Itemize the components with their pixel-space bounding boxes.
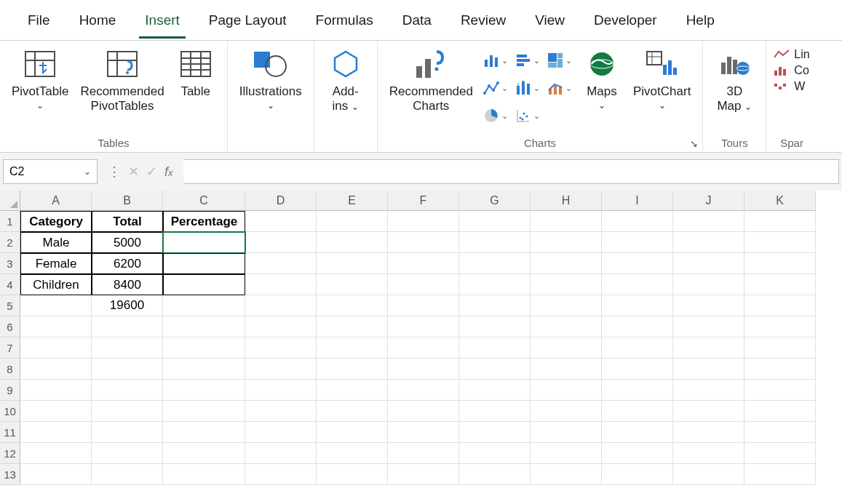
cell[interactable] — [317, 316, 388, 337]
row-header[interactable]: 7 — [0, 337, 20, 359]
cell[interactable] — [744, 274, 816, 295]
cell[interactable] — [673, 443, 744, 464]
cell[interactable] — [531, 232, 602, 253]
cell[interactable] — [744, 232, 816, 253]
cell[interactable] — [673, 253, 744, 274]
cell[interactable] — [163, 337, 245, 359]
cell[interactable] — [459, 253, 531, 274]
tab-data[interactable]: Data — [388, 2, 446, 39]
tab-help[interactable]: Help — [672, 2, 729, 39]
cell[interactable] — [744, 253, 816, 274]
cell[interactable] — [317, 359, 388, 380]
cell[interactable] — [92, 359, 163, 380]
row-header[interactable]: 11 — [0, 422, 20, 443]
cell[interactable] — [317, 422, 388, 443]
cell[interactable] — [245, 337, 317, 359]
cell[interactable] — [163, 359, 245, 380]
cell[interactable] — [531, 253, 602, 274]
column-chart-button[interactable]: ⌄ — [483, 48, 508, 73]
cell[interactable] — [602, 295, 673, 316]
cell[interactable]: Male — [20, 232, 92, 253]
cell[interactable] — [531, 443, 602, 464]
cell[interactable] — [531, 380, 602, 401]
cell[interactable] — [602, 253, 673, 274]
cell[interactable] — [92, 316, 163, 337]
cell[interactable]: Total — [92, 211, 163, 232]
tab-insert[interactable]: Insert — [130, 2, 194, 39]
cell[interactable] — [602, 380, 673, 401]
cell[interactable] — [673, 232, 744, 253]
cell[interactable] — [673, 464, 744, 485]
cell[interactable] — [388, 359, 459, 380]
col-header-a[interactable]: A — [20, 191, 92, 211]
cell[interactable] — [317, 232, 388, 253]
cell[interactable] — [245, 232, 317, 253]
row-header[interactable]: 3 — [0, 253, 20, 274]
cell[interactable] — [744, 211, 816, 232]
cell[interactable] — [388, 211, 459, 232]
cell[interactable] — [388, 232, 459, 253]
cell[interactable] — [388, 422, 459, 443]
cell[interactable] — [20, 464, 92, 485]
menu-dots-icon[interactable]: ⋮ — [108, 164, 121, 180]
cell[interactable] — [459, 380, 531, 401]
cell[interactable] — [744, 422, 816, 443]
cell[interactable] — [20, 380, 92, 401]
cell[interactable] — [602, 443, 673, 464]
cell[interactable] — [459, 464, 531, 485]
cell[interactable] — [92, 337, 163, 359]
cell[interactable] — [744, 443, 816, 464]
cell[interactable] — [163, 401, 245, 422]
cell[interactable] — [531, 316, 602, 337]
row-header[interactable]: 1 — [0, 211, 20, 232]
cell[interactable]: Percentage — [163, 211, 245, 232]
pie-chart-button[interactable]: ⌄ — [483, 103, 508, 128]
maps-button[interactable]: Maps ⌄ — [576, 45, 627, 135]
col-header-j[interactable]: J — [673, 191, 744, 211]
table-button[interactable]: Table — [170, 45, 221, 135]
cell[interactable] — [245, 295, 317, 316]
cell[interactable]: 19600 — [92, 295, 163, 316]
row-header[interactable]: 2 — [0, 232, 20, 253]
cell[interactable] — [317, 380, 388, 401]
row-header[interactable]: 6 — [0, 316, 20, 337]
row-header[interactable]: 9 — [0, 380, 20, 401]
sparkline-column-button[interactable]: Co — [774, 64, 809, 77]
cell[interactable] — [602, 232, 673, 253]
cell[interactable] — [602, 464, 673, 485]
cell[interactable] — [459, 211, 531, 232]
combo-chart-button[interactable]: ⌄ — [547, 76, 572, 100]
cell[interactable]: Female — [20, 253, 92, 274]
cell[interactable] — [317, 211, 388, 232]
line-chart-button[interactable]: ⌄ — [483, 76, 508, 100]
cell[interactable] — [459, 295, 531, 316]
cell[interactable] — [459, 401, 531, 422]
tab-formulas[interactable]: Formulas — [301, 2, 388, 39]
row-header[interactable]: 5 — [0, 295, 20, 316]
cell[interactable] — [20, 359, 92, 380]
cell[interactable] — [744, 337, 816, 359]
cell[interactable] — [245, 359, 317, 380]
cell[interactable] — [531, 422, 602, 443]
cell[interactable] — [163, 443, 245, 464]
cell[interactable] — [531, 359, 602, 380]
col-header-k[interactable]: K — [744, 191, 816, 211]
3d-map-button[interactable]: 3DMap ⌄ — [709, 45, 760, 135]
cell[interactable]: Children — [20, 274, 92, 295]
cell[interactable] — [459, 359, 531, 380]
cell[interactable] — [744, 464, 816, 485]
cell[interactable] — [163, 464, 245, 485]
row-header[interactable]: 13 — [0, 464, 20, 485]
cell[interactable] — [317, 295, 388, 316]
tab-home[interactable]: Home — [65, 2, 131, 39]
cell[interactable] — [245, 253, 317, 274]
cell[interactable] — [163, 380, 245, 401]
cell[interactable] — [388, 464, 459, 485]
cell[interactable] — [245, 211, 317, 232]
cell[interactable] — [245, 274, 317, 295]
cell[interactable] — [602, 422, 673, 443]
fx-icon[interactable]: fx — [164, 164, 173, 180]
cell[interactable]: Category — [20, 211, 92, 232]
cell[interactable] — [163, 295, 245, 316]
col-header-c[interactable]: C — [163, 191, 245, 211]
